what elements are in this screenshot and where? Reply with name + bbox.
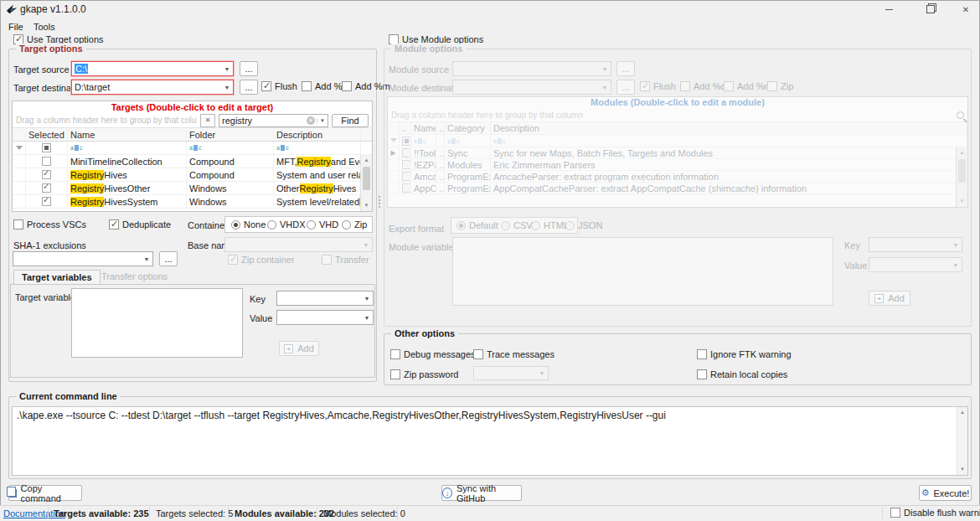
target-key-combo[interactable]: ▼ <box>276 291 374 306</box>
table-row: AppCo... ... ProgramExecution AppCompatC… <box>388 183 967 194</box>
group-by-hint: Drag a column header here to group by th… <box>16 116 197 125</box>
clear-filter-button[interactable]: ✕ <box>200 114 215 127</box>
process-vscs-checkbox[interactable]: Process VSCs <box>13 219 86 230</box>
module-flush-checkbox: Flush <box>640 81 676 91</box>
modules-available-status: Modules available: 232 <box>235 508 334 518</box>
scroll-up-icon[interactable]: ▲ <box>957 407 967 418</box>
table-row[interactable]: RegistryHives Compound System and user r… <box>13 168 372 182</box>
find-button[interactable]: Find <box>332 114 369 127</box>
scroll-thumb[interactable] <box>363 167 370 190</box>
row-checkbox[interactable] <box>26 155 68 168</box>
copy-command-button[interactable]: Copy command <box>8 485 82 501</box>
module-source-combo: ▼ <box>452 61 611 76</box>
minimize-button[interactable] <box>874 0 903 18</box>
table-row: ▶ !!Tool... ... Sync Sync for new Maps, … <box>388 147 967 159</box>
chevron-down-icon[interactable]: ▼ <box>141 256 152 262</box>
scroll-down-icon[interactable]: ▼ <box>957 464 967 475</box>
column-header-description[interactable]: Description <box>274 128 361 141</box>
command-line-box[interactable]: .\kape.exe --tsource C: --tdest D:\targe… <box>12 406 968 476</box>
container-vhdx-radio[interactable]: VHDX <box>267 219 306 230</box>
row-checkbox[interactable] <box>26 168 68 181</box>
column-header-folder[interactable]: Folder <box>187 128 274 141</box>
chevron-down-icon[interactable]: ▼ <box>221 85 233 90</box>
filter-funnel-icon[interactable] <box>13 142 26 154</box>
target-options-group-title: Target options <box>16 44 86 54</box>
close-button[interactable] <box>952 0 980 18</box>
debug-messages-checkbox[interactable]: Debug messages <box>390 349 476 359</box>
sync-with-github-button[interactable]: ↓ Sync with GitHub <box>441 485 522 501</box>
module-variables-label: Module variables <box>389 242 458 252</box>
module-source-label: Module source <box>389 64 449 75</box>
key-label: Key <box>250 294 266 304</box>
disable-flush-warnings-checkbox[interactable]: Disable flush warnings <box>890 508 980 518</box>
ignore-ftk-warning-checkbox[interactable]: Ignore FTK warning <box>697 349 792 359</box>
add-percent-d-checkbox[interactable]: Add %d <box>302 81 348 91</box>
sha1-exclusions-combo[interactable]: ▼ <box>13 251 153 266</box>
tab-target-variables[interactable]: Target variables <box>13 270 101 284</box>
scroll-thumb <box>958 159 966 183</box>
copy-icon <box>9 489 17 498</box>
target-source-label: Target source <box>13 64 70 75</box>
sync-download-icon: ↓ <box>442 487 452 498</box>
table-row[interactable]: RegistryHivesOther Windows Other Registr… <box>13 182 372 195</box>
retain-local-copies-checkbox[interactable]: Retain local copies <box>697 369 787 379</box>
table-row[interactable]: RegistryHivesSystem Windows System level… <box>13 195 372 209</box>
target-destination-combo[interactable]: D:\target ▼ <box>71 80 234 95</box>
gears-icon: ⚙ <box>921 488 930 498</box>
export-default-radio: Default <box>456 220 498 230</box>
menu-tools[interactable]: Tools <box>30 21 59 33</box>
chevron-down-icon[interactable]: ▼ <box>221 66 233 72</box>
select-all-checkbox[interactable] <box>26 142 68 154</box>
modules-header-row: .. Name ... Category Description <box>388 122 967 135</box>
execute-button[interactable]: ⚙ Execute! <box>919 485 972 501</box>
add-row-icon <box>284 344 293 353</box>
target-variables-list[interactable] <box>71 288 243 358</box>
folder-filter-cell[interactable]: ac <box>187 142 274 154</box>
row-checkbox[interactable] <box>26 182 68 194</box>
chevron-down-icon: ▼ <box>950 242 962 248</box>
deduplicate-checkbox[interactable]: Deduplicate <box>109 219 171 230</box>
add-percent-m-checkbox[interactable]: Add %m <box>342 81 390 91</box>
export-csv-radio: CSV <box>501 220 533 230</box>
flush-checkbox[interactable]: Flush <box>261 81 297 91</box>
target-source-browse-button[interactable]: ... <box>240 61 258 76</box>
table-row[interactable]: MiniTimelineCollection Compound MFT, Reg… <box>13 155 372 168</box>
container-vhd-radio[interactable]: VHD <box>307 219 338 230</box>
scroll-up-icon: ▲ <box>957 147 967 158</box>
chevron-down-icon[interactable]: ▼ <box>317 118 328 123</box>
command-scrollbar[interactable]: ▲ ▼ <box>957 407 967 475</box>
value-label: Value <box>250 313 272 323</box>
targets-search-input[interactable]: registry ✕ ▼ <box>219 114 328 127</box>
target-destination-browse-button[interactable]: ... <box>240 80 258 95</box>
column-header-name[interactable]: Name <box>68 128 187 141</box>
targets-table: Targets (Double-click to edit a target) … <box>12 101 373 212</box>
chevron-down-icon: ▼ <box>950 262 962 268</box>
zip-password-checkbox[interactable]: Zip password <box>390 369 458 379</box>
container-none-radio[interactable]: None <box>231 219 266 230</box>
chevron-down-icon[interactable]: ▼ <box>361 315 373 321</box>
table-row: !EZPar... ... Modules Eric Zimmerman Par… <box>388 159 967 171</box>
scroll-up-icon[interactable]: ▲ <box>361 155 372 166</box>
scroll-down-icon[interactable]: ▼ <box>361 200 372 211</box>
row-checkbox <box>400 171 411 182</box>
target-value-combo[interactable]: ▼ <box>276 310 374 325</box>
row-checkbox[interactable] <box>26 195 68 208</box>
container-zip-radio[interactable]: Zip <box>342 219 367 230</box>
target-source-combo[interactable]: C:\ ▼ <box>71 61 234 76</box>
targets-scrollbar[interactable]: ▲ ▼ <box>360 155 372 211</box>
description-filter-cell[interactable]: ac <box>274 142 361 154</box>
name-filter-cell[interactable]: ac <box>68 142 187 154</box>
sha1-browse-button[interactable]: ... <box>159 251 178 266</box>
clear-search-icon[interactable]: ✕ <box>307 116 315 125</box>
trace-messages-checkbox[interactable]: Trace messages <box>473 349 554 359</box>
column-header-selected: .. <box>400 122 411 134</box>
sha1-exclusions-label: SHA-1 exclusions <box>13 240 86 250</box>
app-icon <box>6 3 18 15</box>
maximize-button[interactable] <box>916 0 945 18</box>
chevron-down-icon[interactable]: ▼ <box>361 296 373 302</box>
column-header-name: Name <box>411 122 436 134</box>
menu-file[interactable]: File <box>5 21 27 33</box>
panel-splitter[interactable] <box>379 196 380 208</box>
scroll-down-icon: ▼ <box>957 196 967 207</box>
column-header-selected[interactable]: Selected <box>26 128 68 141</box>
